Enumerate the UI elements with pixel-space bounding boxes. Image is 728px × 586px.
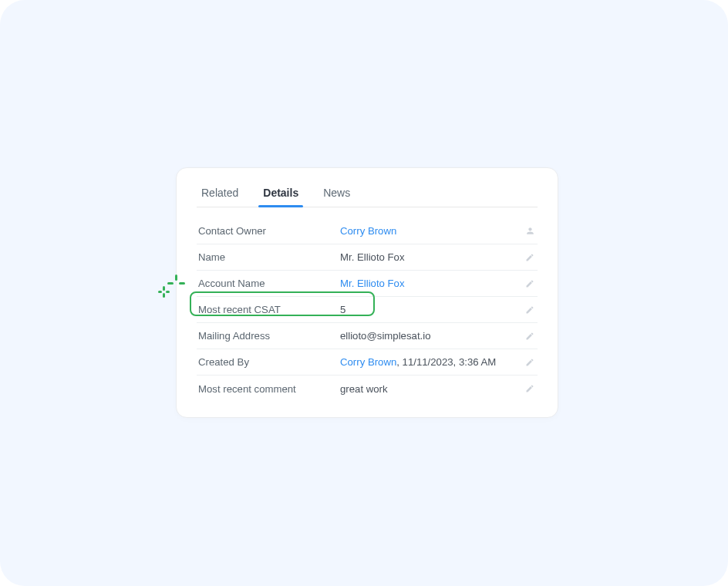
created-by-rest: , 11/11/2023, 3:36 AM (396, 356, 496, 368)
label-mailing-address: Mailing Address (198, 330, 340, 342)
row-account-name: Account Name Mr. Ellioto Fox (197, 271, 538, 297)
pencil-icon[interactable] (524, 278, 536, 290)
row-most-recent-comment: Most recent comment great work (197, 376, 538, 402)
pencil-icon[interactable] (524, 356, 536, 369)
details-card: Related Details News Contact Owner Corry… (176, 167, 558, 418)
row-most-recent-csat: Most recent CSAT 5 (197, 297, 538, 323)
value-most-recent-csat: 5 (340, 304, 524, 315)
pencil-icon[interactable] (524, 251, 536, 264)
person-icon (524, 225, 536, 237)
link-created-by[interactable]: Corry Brown (340, 356, 396, 368)
label-contact-owner: Contact Owner (198, 225, 340, 237)
tab-related[interactable]: Related (200, 182, 240, 207)
value-contact-owner: Corry Brown (340, 225, 524, 237)
tabs: Related Details News (197, 182, 538, 207)
label-account-name: Account Name (198, 278, 340, 289)
value-account-name: Mr. Ellioto Fox (340, 278, 524, 289)
value-name: Mr. Ellioto Fox (340, 251, 524, 263)
value-most-recent-comment: great work (340, 383, 524, 395)
value-created-by: Corry Brown, 11/11/2023, 3:36 AM (340, 356, 524, 368)
row-created-by: Created By Corry Brown, 11/11/2023, 3:36… (197, 349, 538, 376)
tab-details[interactable]: Details (261, 182, 300, 207)
details-rows: Contact Owner Corry Brown Name Mr. Ellio… (197, 215, 538, 402)
link-contact-owner[interactable]: Corry Brown (340, 225, 396, 237)
link-account-name[interactable]: Mr. Ellioto Fox (340, 278, 405, 289)
label-most-recent-comment: Most recent comment (198, 383, 340, 395)
label-most-recent-csat: Most recent CSAT (198, 304, 340, 315)
pencil-icon[interactable] (524, 330, 536, 342)
pencil-icon[interactable] (524, 382, 536, 395)
tab-news[interactable]: News (322, 182, 352, 207)
label-name: Name (198, 251, 340, 263)
label-created-by: Created By (198, 356, 340, 368)
row-mailing-address: Mailing Address ellioto@simplesat.io (197, 323, 538, 349)
pencil-icon[interactable] (524, 304, 536, 316)
row-name: Name Mr. Ellioto Fox (197, 244, 538, 271)
canvas: Related Details News Contact Owner Corry… (0, 0, 728, 586)
row-contact-owner: Contact Owner Corry Brown (197, 218, 538, 244)
value-mailing-address: ellioto@simplesat.io (340, 330, 524, 342)
